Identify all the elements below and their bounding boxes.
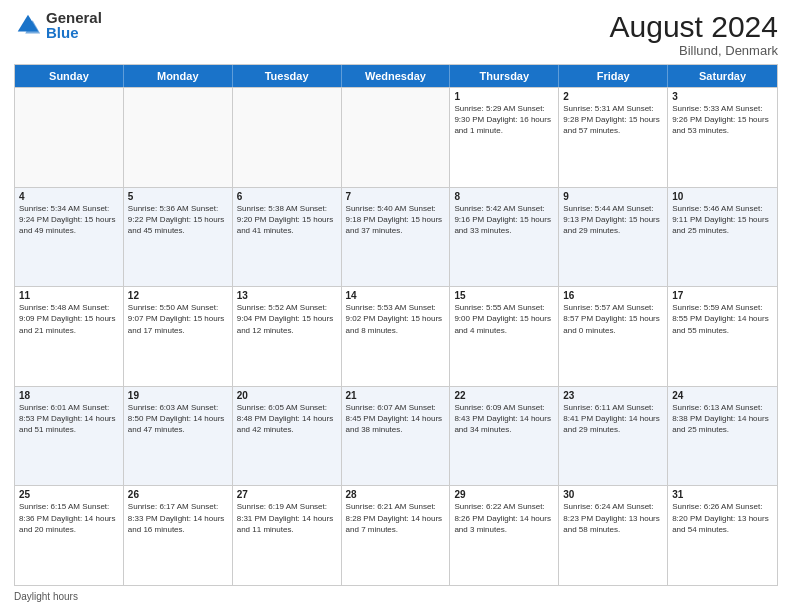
day-number: 25 — [19, 489, 119, 500]
header-day-friday: Friday — [559, 65, 668, 87]
day-number: 29 — [454, 489, 554, 500]
cell-info-text: Sunrise: 5:38 AM Sunset: 9:20 PM Dayligh… — [237, 203, 337, 237]
calendar-cell-25: 25Sunrise: 6:15 AM Sunset: 8:36 PM Dayli… — [15, 486, 124, 585]
page: General Blue August 2024 Billund, Denmar… — [0, 0, 792, 612]
header-day-sunday: Sunday — [15, 65, 124, 87]
calendar-cell-1: 1Sunrise: 5:29 AM Sunset: 9:30 PM Daylig… — [450, 88, 559, 187]
cell-info-text: Sunrise: 6:15 AM Sunset: 8:36 PM Dayligh… — [19, 501, 119, 535]
day-number: 22 — [454, 390, 554, 401]
day-number: 19 — [128, 390, 228, 401]
logo: General Blue — [14, 10, 102, 40]
cell-info-text: Sunrise: 6:24 AM Sunset: 8:23 PM Dayligh… — [563, 501, 663, 535]
day-number: 17 — [672, 290, 773, 301]
day-number: 9 — [563, 191, 663, 202]
day-number: 1 — [454, 91, 554, 102]
day-number: 5 — [128, 191, 228, 202]
cell-info-text: Sunrise: 6:17 AM Sunset: 8:33 PM Dayligh… — [128, 501, 228, 535]
calendar-cell-19: 19Sunrise: 6:03 AM Sunset: 8:50 PM Dayli… — [124, 387, 233, 486]
footer-text: Daylight hours — [14, 591, 78, 602]
day-number: 15 — [454, 290, 554, 301]
calendar-cell-8: 8Sunrise: 5:42 AM Sunset: 9:16 PM Daylig… — [450, 188, 559, 287]
day-number: 11 — [19, 290, 119, 301]
calendar-cell-26: 26Sunrise: 6:17 AM Sunset: 8:33 PM Dayli… — [124, 486, 233, 585]
calendar-cell-empty-0-2 — [233, 88, 342, 187]
cell-info-text: Sunrise: 5:34 AM Sunset: 9:24 PM Dayligh… — [19, 203, 119, 237]
calendar-cell-empty-0-1 — [124, 88, 233, 187]
calendar-cell-14: 14Sunrise: 5:53 AM Sunset: 9:02 PM Dayli… — [342, 287, 451, 386]
cell-info-text: Sunrise: 5:53 AM Sunset: 9:02 PM Dayligh… — [346, 302, 446, 336]
calendar-cell-16: 16Sunrise: 5:57 AM Sunset: 8:57 PM Dayli… — [559, 287, 668, 386]
header: General Blue August 2024 Billund, Denmar… — [14, 10, 778, 58]
cell-info-text: Sunrise: 6:11 AM Sunset: 8:41 PM Dayligh… — [563, 402, 663, 436]
logo-general-text: General — [46, 10, 102, 25]
cell-info-text: Sunrise: 6:09 AM Sunset: 8:43 PM Dayligh… — [454, 402, 554, 436]
day-number: 7 — [346, 191, 446, 202]
cell-info-text: Sunrise: 6:05 AM Sunset: 8:48 PM Dayligh… — [237, 402, 337, 436]
logo-text: General Blue — [46, 10, 102, 40]
calendar-cell-23: 23Sunrise: 6:11 AM Sunset: 8:41 PM Dayli… — [559, 387, 668, 486]
calendar-body: 1Sunrise: 5:29 AM Sunset: 9:30 PM Daylig… — [15, 87, 777, 585]
calendar-cell-9: 9Sunrise: 5:44 AM Sunset: 9:13 PM Daylig… — [559, 188, 668, 287]
cell-info-text: Sunrise: 6:22 AM Sunset: 8:26 PM Dayligh… — [454, 501, 554, 535]
cell-info-text: Sunrise: 5:59 AM Sunset: 8:55 PM Dayligh… — [672, 302, 773, 336]
day-number: 6 — [237, 191, 337, 202]
day-number: 26 — [128, 489, 228, 500]
calendar-row-1: 4Sunrise: 5:34 AM Sunset: 9:24 PM Daylig… — [15, 187, 777, 287]
day-number: 23 — [563, 390, 663, 401]
calendar-cell-2: 2Sunrise: 5:31 AM Sunset: 9:28 PM Daylig… — [559, 88, 668, 187]
cell-info-text: Sunrise: 5:31 AM Sunset: 9:28 PM Dayligh… — [563, 103, 663, 137]
calendar-cell-3: 3Sunrise: 5:33 AM Sunset: 9:26 PM Daylig… — [668, 88, 777, 187]
calendar-row-0: 1Sunrise: 5:29 AM Sunset: 9:30 PM Daylig… — [15, 87, 777, 187]
cell-info-text: Sunrise: 5:46 AM Sunset: 9:11 PM Dayligh… — [672, 203, 773, 237]
calendar-row-4: 25Sunrise: 6:15 AM Sunset: 8:36 PM Dayli… — [15, 485, 777, 585]
calendar-cell-11: 11Sunrise: 5:48 AM Sunset: 9:09 PM Dayli… — [15, 287, 124, 386]
calendar-cell-28: 28Sunrise: 6:21 AM Sunset: 8:28 PM Dayli… — [342, 486, 451, 585]
header-day-thursday: Thursday — [450, 65, 559, 87]
day-number: 8 — [454, 191, 554, 202]
calendar-cell-empty-0-3 — [342, 88, 451, 187]
day-number: 27 — [237, 489, 337, 500]
location-subtitle: Billund, Denmark — [610, 43, 778, 58]
cell-info-text: Sunrise: 5:42 AM Sunset: 9:16 PM Dayligh… — [454, 203, 554, 237]
cell-info-text: Sunrise: 6:21 AM Sunset: 8:28 PM Dayligh… — [346, 501, 446, 535]
calendar-cell-17: 17Sunrise: 5:59 AM Sunset: 8:55 PM Dayli… — [668, 287, 777, 386]
calendar-cell-5: 5Sunrise: 5:36 AM Sunset: 9:22 PM Daylig… — [124, 188, 233, 287]
cell-info-text: Sunrise: 6:19 AM Sunset: 8:31 PM Dayligh… — [237, 501, 337, 535]
calendar-header: SundayMondayTuesdayWednesdayThursdayFrid… — [15, 65, 777, 87]
cell-info-text: Sunrise: 5:40 AM Sunset: 9:18 PM Dayligh… — [346, 203, 446, 237]
day-number: 16 — [563, 290, 663, 301]
cell-info-text: Sunrise: 5:44 AM Sunset: 9:13 PM Dayligh… — [563, 203, 663, 237]
header-day-monday: Monday — [124, 65, 233, 87]
day-number: 18 — [19, 390, 119, 401]
calendar-cell-4: 4Sunrise: 5:34 AM Sunset: 9:24 PM Daylig… — [15, 188, 124, 287]
calendar-cell-29: 29Sunrise: 6:22 AM Sunset: 8:26 PM Dayli… — [450, 486, 559, 585]
day-number: 20 — [237, 390, 337, 401]
cell-info-text: Sunrise: 6:01 AM Sunset: 8:53 PM Dayligh… — [19, 402, 119, 436]
day-number: 21 — [346, 390, 446, 401]
day-number: 2 — [563, 91, 663, 102]
calendar-cell-31: 31Sunrise: 6:26 AM Sunset: 8:20 PM Dayli… — [668, 486, 777, 585]
header-day-saturday: Saturday — [668, 65, 777, 87]
calendar-cell-18: 18Sunrise: 6:01 AM Sunset: 8:53 PM Dayli… — [15, 387, 124, 486]
cell-info-text: Sunrise: 6:03 AM Sunset: 8:50 PM Dayligh… — [128, 402, 228, 436]
day-number: 31 — [672, 489, 773, 500]
calendar-cell-24: 24Sunrise: 6:13 AM Sunset: 8:38 PM Dayli… — [668, 387, 777, 486]
day-number: 30 — [563, 489, 663, 500]
day-number: 14 — [346, 290, 446, 301]
day-number: 28 — [346, 489, 446, 500]
cell-info-text: Sunrise: 6:07 AM Sunset: 8:45 PM Dayligh… — [346, 402, 446, 436]
calendar-cell-13: 13Sunrise: 5:52 AM Sunset: 9:04 PM Dayli… — [233, 287, 342, 386]
calendar-cell-30: 30Sunrise: 6:24 AM Sunset: 8:23 PM Dayli… — [559, 486, 668, 585]
header-day-wednesday: Wednesday — [342, 65, 451, 87]
day-number: 3 — [672, 91, 773, 102]
calendar-row-3: 18Sunrise: 6:01 AM Sunset: 8:53 PM Dayli… — [15, 386, 777, 486]
day-number: 13 — [237, 290, 337, 301]
cell-info-text: Sunrise: 5:33 AM Sunset: 9:26 PM Dayligh… — [672, 103, 773, 137]
calendar-cell-12: 12Sunrise: 5:50 AM Sunset: 9:07 PM Dayli… — [124, 287, 233, 386]
logo-blue-text: Blue — [46, 25, 102, 40]
calendar: SundayMondayTuesdayWednesdayThursdayFrid… — [14, 64, 778, 586]
day-number: 10 — [672, 191, 773, 202]
cell-info-text: Sunrise: 5:55 AM Sunset: 9:00 PM Dayligh… — [454, 302, 554, 336]
cell-info-text: Sunrise: 6:26 AM Sunset: 8:20 PM Dayligh… — [672, 501, 773, 535]
cell-info-text: Sunrise: 6:13 AM Sunset: 8:38 PM Dayligh… — [672, 402, 773, 436]
